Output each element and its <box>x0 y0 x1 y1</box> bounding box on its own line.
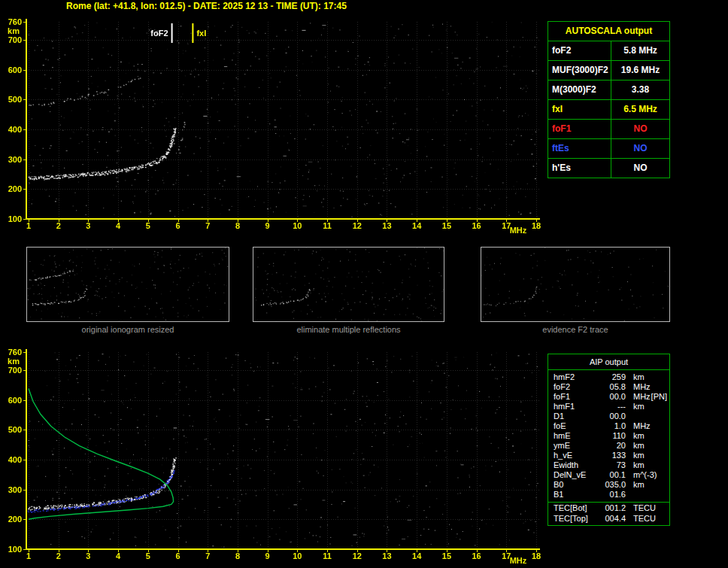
aip-row: B101.6 <box>548 490 669 500</box>
aip-row: DelN_vE00.1m^(-3) <box>548 470 669 480</box>
aip-row: TEC[Bot]001.2TECU <box>548 502 669 514</box>
aip-row: ymE20km <box>548 441 669 451</box>
autoscala-table-rows: foF25.8 MHzMUF(3000)F219.6 MHzM(3000)F23… <box>548 41 669 178</box>
parameter-value: 259 <box>597 372 626 382</box>
parameter-value: 00.1 <box>597 470 626 480</box>
aip-row: hmF2259km <box>548 372 669 382</box>
thumbnail-original-ionogram <box>26 247 229 322</box>
parameter-unit: km <box>626 441 645 451</box>
autoscala-output-table: AUTOSCALA output foF25.8 MHzMUF(3000)F21… <box>548 21 670 178</box>
parameter-value: --- <box>597 402 626 412</box>
parameter-value: 110 <box>597 431 626 441</box>
parameter-label: h'Es <box>548 159 611 178</box>
parameter-name: TEC[Top] <box>554 514 597 524</box>
parameter-unit: MHz <box>626 392 651 402</box>
parameter-label: ftEs <box>548 139 611 158</box>
autoscala-row: MUF(3000)F219.6 MHz <box>548 61 669 80</box>
parameter-value: NO <box>611 159 669 178</box>
parameter-value: NO <box>611 139 669 158</box>
parameter-unit: km <box>626 451 645 460</box>
autoscala-row: fxI6.5 MHz <box>548 100 669 120</box>
parameter-name: ymE <box>554 441 597 451</box>
autoscala-screen: Rome (lat: +41.8, lon: 012.5) - DATE: 20… <box>0 0 728 568</box>
autoscala-row: foF1NO <box>548 120 669 139</box>
autoscala-row: ftEsNO <box>548 139 669 159</box>
parameter-value: 3.38 <box>611 80 669 99</box>
bottom-ionogram-chart <box>0 345 544 568</box>
aip-row: D100.0 <box>548 412 669 421</box>
aip-row: hmE110km <box>548 431 669 441</box>
parameter-name: foF2 <box>554 382 597 392</box>
parameter-unit: MHz <box>626 421 651 431</box>
aip-row: hmF1---km <box>548 402 669 412</box>
parameter-unit: MHz <box>626 382 651 392</box>
parameter-name: B1 <box>554 490 597 500</box>
parameter-label: MUF(3000)F2 <box>548 61 611 80</box>
parameter-unit <box>626 490 633 500</box>
parameter-unit: km <box>626 402 645 412</box>
thumbnail-evidence-canvas <box>481 248 669 321</box>
parameter-value: 19.6 MHz <box>611 61 669 80</box>
aip-row: Ewidth73km <box>548 460 669 470</box>
parameter-value: 1.0 <box>597 421 626 431</box>
parameter-value: 00.0 <box>597 392 626 402</box>
parameter-unit: km <box>626 460 645 470</box>
thumbnail-original-canvas <box>27 248 229 321</box>
thumbnail-eliminate-reflections <box>253 247 444 322</box>
parameter-value: 001.2 <box>597 503 626 514</box>
autoscala-table-title: AUTOSCALA output <box>548 22 669 41</box>
aip-row: B0035.0km <box>548 480 669 490</box>
thumbnail-evidence-f2 <box>481 247 670 322</box>
parameter-name: h_vE <box>554 451 597 460</box>
aip-row: foF205.8MHz <box>548 382 669 392</box>
parameter-name: D1 <box>554 412 597 421</box>
parameter-name: hmE <box>554 431 597 441</box>
parameter-unit: km <box>626 480 645 490</box>
aip-table-title: AIP output <box>548 354 669 370</box>
parameter-name: foF1 <box>554 392 597 402</box>
aip-row: h_vE133km <box>548 451 669 460</box>
parameter-value: 00.0 <box>597 412 626 421</box>
autoscala-row: M(3000)F23.38 <box>548 80 669 100</box>
parameter-name: foE <box>554 421 597 431</box>
parameter-value: 6.5 MHz <box>611 100 669 119</box>
parameter-unit: m^(-3) <box>626 470 657 480</box>
parameter-value: 035.0 <box>597 480 626 490</box>
parameter-unit: km <box>626 431 645 441</box>
aip-table-rows: hmF2259kmfoF205.8MHzfoF100.0MHz[PN]hmF1-… <box>548 370 669 524</box>
parameter-label: foF2 <box>548 41 611 60</box>
parameter-note: [PN] <box>651 392 667 402</box>
parameter-name: TEC[Bot] <box>554 503 597 514</box>
parameter-value: 73 <box>597 460 626 470</box>
parameter-name: B0 <box>554 480 597 490</box>
thumbnail-label-evidence: evidence F2 trace <box>481 325 670 334</box>
parameter-value: 5.8 MHz <box>611 41 669 60</box>
parameter-label: M(3000)F2 <box>548 80 611 99</box>
top-ionogram-chart <box>0 12 544 245</box>
thumbnail-label-eliminate: eliminate multiple reflections <box>253 325 444 334</box>
parameter-name: hmF1 <box>554 402 597 412</box>
parameter-unit: km <box>626 372 645 382</box>
parameter-name: DelN_vE <box>554 470 597 480</box>
aip-row: foF100.0MHz[PN] <box>548 392 669 402</box>
parameter-label: foF1 <box>548 120 611 138</box>
page-title: Rome (lat: +41.8, lon: 012.5) - DATE: 20… <box>66 1 347 11</box>
parameter-unit: TECU <box>626 514 656 524</box>
parameter-value: 20 <box>597 441 626 451</box>
autoscala-row: h'EsNO <box>548 159 669 178</box>
autoscala-row: foF25.8 MHz <box>548 41 669 61</box>
thumbnail-label-original: original ionogram resized <box>26 325 229 334</box>
parameter-value: 01.6 <box>597 490 626 500</box>
parameter-unit: TECU <box>626 503 656 514</box>
parameter-value: NO <box>611 120 669 138</box>
parameter-name: hmF2 <box>554 372 597 382</box>
parameter-unit <box>626 412 633 421</box>
parameter-value: 05.8 <box>597 382 626 392</box>
parameter-name: Ewidth <box>554 460 597 470</box>
aip-output-table: AIP output hmF2259kmfoF205.8MHzfoF100.0M… <box>548 354 670 526</box>
thumbnail-eliminate-canvas <box>253 248 444 321</box>
aip-row: TEC[Top]004.4TECU <box>548 514 669 524</box>
parameter-label: fxI <box>548 100 611 119</box>
aip-row: foE1.0MHz <box>548 421 669 431</box>
parameter-value: 004.4 <box>597 514 626 524</box>
